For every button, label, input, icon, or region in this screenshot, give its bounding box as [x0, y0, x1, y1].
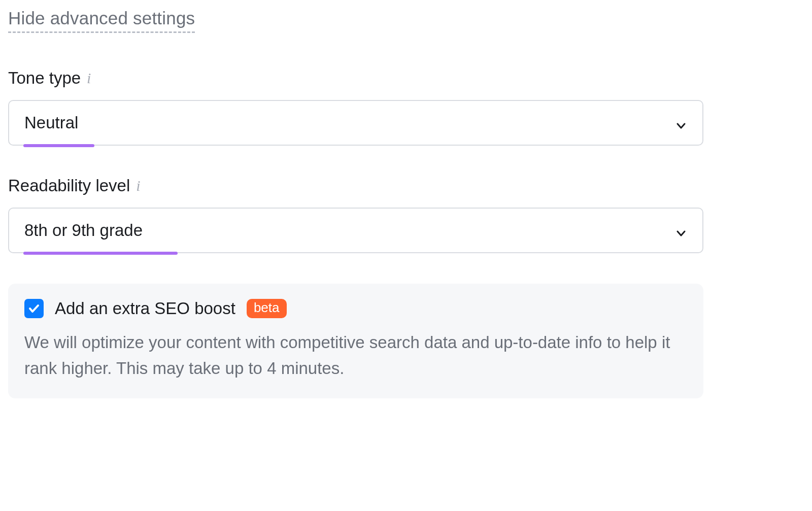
readability-level-select[interactable]: 8th or 9th grade	[8, 208, 703, 253]
accent-underline	[23, 144, 94, 147]
readability-level-label-text: Readability level	[8, 176, 130, 195]
tone-type-value: Neutral	[24, 113, 78, 132]
chevron-down-icon	[675, 117, 687, 129]
seo-boost-title: Add an extra SEO boost	[55, 299, 235, 318]
tone-type-label-text: Tone type	[8, 69, 81, 88]
tone-type-label: Tone type i	[8, 69, 91, 88]
chevron-down-icon	[675, 224, 687, 236]
seo-boost-panel: Add an extra SEO boost beta We will opti…	[8, 284, 703, 398]
hide-advanced-settings-link[interactable]: Hide advanced settings	[8, 8, 195, 33]
readability-level-label: Readability level i	[8, 176, 141, 195]
seo-boost-description: We will optimize your content with compe…	[24, 329, 687, 381]
beta-badge: beta	[247, 299, 287, 318]
seo-boost-checkbox[interactable]	[24, 299, 44, 318]
readability-level-value: 8th or 9th grade	[24, 221, 143, 240]
info-icon[interactable]: i	[136, 178, 140, 193]
info-icon[interactable]: i	[87, 71, 91, 86]
accent-underline	[23, 252, 178, 255]
tone-type-select[interactable]: Neutral	[8, 100, 703, 146]
